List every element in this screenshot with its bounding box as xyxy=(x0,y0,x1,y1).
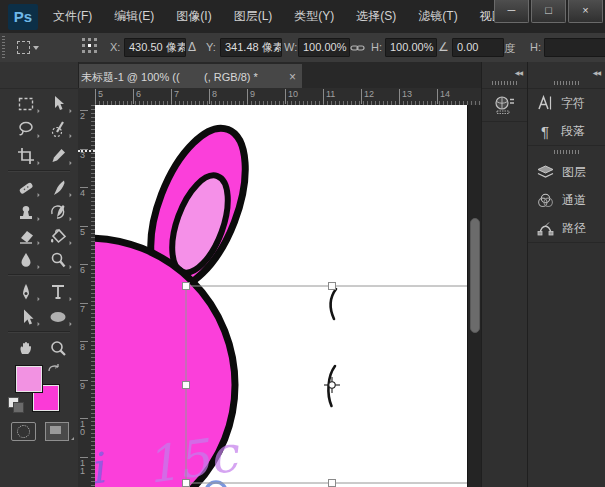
transform-handle-bottom-center[interactable] xyxy=(329,480,336,487)
chevron-down-icon xyxy=(33,46,39,50)
transform-reference-point[interactable] xyxy=(324,377,340,393)
panel-button-character[interactable]: 字符 xyxy=(528,89,605,117)
angle-field[interactable]: 0.00 xyxy=(452,38,504,57)
h-skew-field[interactable] xyxy=(544,38,605,57)
x-position-field[interactable]: 430.50 像素 xyxy=(124,38,186,57)
y-position-field[interactable]: 341.48 像素 xyxy=(220,38,282,57)
transform-tool-preset-button[interactable] xyxy=(14,38,53,57)
tool-rectangular-marquee[interactable] xyxy=(12,92,40,115)
menu-edit[interactable]: 编辑(E) xyxy=(103,0,165,33)
tab-close-icon[interactable]: × xyxy=(289,70,296,84)
h-ruler[interactable]: 567891011121314 xyxy=(95,88,481,106)
reference-point-locator[interactable] xyxy=(82,38,99,55)
swap-colors-icon[interactable] xyxy=(46,362,64,376)
scrollbar-thumb[interactable] xyxy=(470,218,480,333)
tool-type[interactable] xyxy=(44,280,72,303)
link-dimensions-icon[interactable] xyxy=(350,43,365,53)
menu-select[interactable]: 选择(S) xyxy=(345,0,407,33)
photoshop-window: Ps 文件(F) 编辑(E) 图像(I) 图层(L) 类型(Y) 选择(S) 滤… xyxy=(0,0,605,487)
tool-history-brush[interactable] xyxy=(44,200,72,223)
width-field[interactable]: 100.00% xyxy=(298,38,350,57)
menu-layer[interactable]: 图层(L) xyxy=(223,0,284,33)
menu-file[interactable]: 文件(F) xyxy=(42,0,103,33)
ruler-corner[interactable] xyxy=(78,88,96,106)
quick-mask-mode-button[interactable] xyxy=(11,422,36,441)
relative-position-toggle-icon[interactable]: Δ xyxy=(188,40,196,54)
h-ruler-number: 9 xyxy=(247,89,255,104)
v-ruler[interactable]: 234567891011 xyxy=(78,105,96,487)
dock-narrow-header: ◀◀ xyxy=(482,62,528,89)
document-tab-title: 未标题-1 @ 100% (( (, RGB/8) * xyxy=(81,70,285,85)
panel-button-layers[interactable]: 图层 xyxy=(528,158,605,186)
screen-mode-button[interactable] xyxy=(45,422,69,441)
options-bar: X: 430.50 像素 Δ Y: 341.48 像素 W: 100.00% H… xyxy=(0,33,605,64)
tool-blur[interactable] xyxy=(12,248,40,271)
degree-label: 度 xyxy=(504,41,515,56)
panel-button-paths[interactable]: 路径 xyxy=(528,214,605,242)
tool-lasso[interactable] xyxy=(12,117,40,140)
tools-panel xyxy=(0,62,79,487)
height-label: H: xyxy=(371,41,382,53)
tool-hand[interactable] xyxy=(12,336,40,359)
tool-divider xyxy=(8,170,70,172)
h-ruler-number: 8 xyxy=(209,89,217,104)
transform-handle-bottom-left[interactable] xyxy=(183,480,190,487)
menu-type[interactable]: 类型(Y) xyxy=(283,0,345,33)
v-ruler-number: 11 xyxy=(80,457,88,475)
vertical-scrollbar[interactable] xyxy=(467,105,482,487)
options-bar-grip[interactable] xyxy=(2,36,5,59)
panel-label: 字符 xyxy=(561,95,585,112)
panel-button-channels[interactable]: 通道 xyxy=(528,186,605,214)
h-ruler-number: 14 xyxy=(437,89,450,104)
tool-quick-selection[interactable] xyxy=(44,117,72,140)
dock-grip[interactable] xyxy=(492,81,518,85)
tool-path-selection[interactable] xyxy=(12,305,40,328)
expand-panels-icon[interactable]: ◀◀ xyxy=(593,69,600,77)
tool-spot-healing-brush[interactable] xyxy=(12,176,40,199)
dock-grip[interactable] xyxy=(554,150,580,154)
panel-button-3d[interactable] xyxy=(482,89,528,122)
h-ruler-number: 13 xyxy=(399,89,412,104)
document-canvas[interactable]: li 15c xyxy=(95,105,467,487)
layers-panel-icon xyxy=(537,165,554,180)
transform-handle-top-center[interactable] xyxy=(329,283,336,290)
foreground-color-swatch[interactable] xyxy=(16,366,42,392)
tool-pen[interactable] xyxy=(12,280,40,303)
tool-move[interactable] xyxy=(44,92,72,115)
dock-wide: ◀◀ 字符 ¶ 段落 图层 通道 xyxy=(527,62,605,487)
tool-zoom[interactable] xyxy=(44,336,72,359)
maximize-button[interactable]: □ xyxy=(531,0,566,23)
h-skew-label: H: xyxy=(530,41,541,53)
close-button[interactable]: × xyxy=(568,0,603,23)
panel-button-paragraph[interactable]: ¶ 段落 xyxy=(528,117,605,145)
dock-narrow: ◀◀ xyxy=(481,62,528,487)
default-colors-icon[interactable] xyxy=(8,397,19,408)
canvas-artwork: li 15c xyxy=(95,105,467,487)
tool-ellipse-shape[interactable] xyxy=(44,305,72,328)
tool-paint-bucket[interactable] xyxy=(44,224,72,247)
tool-brush[interactable] xyxy=(44,176,72,199)
expand-panels-icon[interactable]: ◀◀ xyxy=(515,69,522,77)
v-ruler-number: 8 xyxy=(80,341,88,351)
tool-crop[interactable] xyxy=(12,144,40,167)
photoshop-logo: Ps xyxy=(8,4,38,30)
dock-grip[interactable] xyxy=(554,81,580,85)
document-tab[interactable]: 未标题-1 @ 100% (( (, RGB/8) * × xyxy=(72,64,302,90)
tool-clone-stamp[interactable] xyxy=(12,200,40,223)
menu-filter[interactable]: 滤镜(T) xyxy=(407,0,468,33)
drawn-curve-upper xyxy=(331,289,336,319)
h-ruler-number: 11 xyxy=(323,89,335,104)
menu-image[interactable]: 图像(I) xyxy=(165,0,222,33)
transform-handle-middle-left[interactable] xyxy=(183,382,190,389)
tool-dodge[interactable] xyxy=(44,248,72,271)
transform-icon xyxy=(17,41,30,54)
rotate-angle-icon: ∠ xyxy=(438,40,449,54)
tool-eyedropper[interactable] xyxy=(44,144,72,167)
tool-eraser[interactable] xyxy=(12,224,40,247)
transform-handle-top-left[interactable] xyxy=(183,283,190,290)
panel-label: 通道 xyxy=(562,192,586,209)
minimize-button[interactable]: ─ xyxy=(494,0,529,23)
menu-bar: Ps 文件(F) 编辑(E) 图像(I) 图层(L) 类型(Y) 选择(S) 滤… xyxy=(0,0,605,34)
height-field[interactable]: 100.00% xyxy=(385,38,437,57)
v-ruler-number: 2 xyxy=(80,110,88,120)
